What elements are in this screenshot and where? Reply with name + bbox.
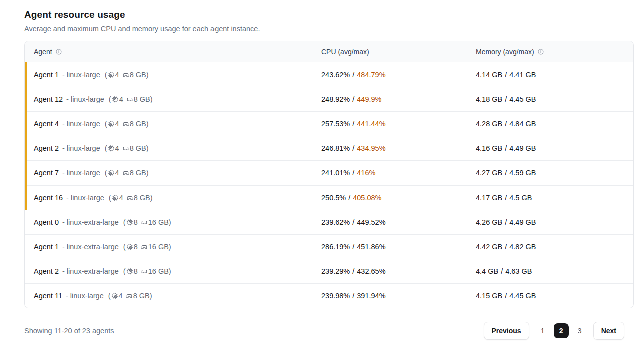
agent-name: Agent 1 — [34, 71, 59, 79]
table-row: Agent 0 - linux-extra-large ( 8 16 GB ) … — [25, 210, 633, 234]
agent-queue-type: - linux-extra-large — [62, 218, 119, 226]
agent-spec: ( 8 16 GB ) — [123, 243, 171, 251]
memory-max: 4.49 GB — [509, 218, 536, 226]
memory-avg: 4.27 GB — [476, 169, 502, 177]
agent-spec: ( 4 8 GB ) — [105, 71, 149, 79]
cpu-usage-cell: 243.62%/484.79% — [312, 71, 467, 79]
agent-cores: 8 — [134, 243, 138, 251]
table-row: Agent 1 - linux-large ( 4 8 GB ) 243.62%… — [25, 62, 633, 87]
agent-cell: Agent 11 - linux-large ( 4 8 GB ) — [25, 292, 312, 300]
value-separator: / — [505, 120, 507, 128]
cpu-max: 484.79% — [357, 71, 385, 79]
ram-icon — [126, 96, 133, 103]
spec-open-paren: ( — [123, 243, 126, 251]
memory-usage-cell: 4.4 GB/4.63 GB — [467, 267, 633, 275]
cpu-chip-icon — [111, 292, 118, 299]
column-header-memory: Memory (avg/max) — [467, 48, 633, 56]
agent-queue-type: - linux-large — [62, 144, 100, 152]
cpu-usage-cell: 250.5%/405.08% — [312, 194, 467, 202]
cpu-chip-icon — [112, 96, 119, 103]
cpu-avg: 239.62% — [321, 218, 350, 226]
memory-usage-cell: 4.42 GB/4.82 GB — [467, 243, 633, 251]
cpu-chip-icon — [112, 194, 119, 201]
ram-icon — [141, 268, 148, 275]
ram-icon — [126, 292, 133, 299]
spec-close-paren: ) — [146, 120, 149, 128]
value-separator: / — [352, 71, 354, 79]
page-3-button[interactable]: 3 — [572, 323, 587, 338]
table-row: Agent 7 - linux-large ( 4 8 GB ) 241.01%… — [25, 160, 633, 185]
agent-name: Agent 12 — [34, 95, 63, 103]
info-icon[interactable] — [537, 48, 544, 55]
cpu-avg: 286.19% — [321, 243, 350, 251]
agent-cores: 4 — [119, 292, 123, 300]
cpu-usage-cell: 239.62%/449.52% — [312, 218, 467, 226]
cpu-chip-icon — [108, 169, 115, 176]
ram-icon — [122, 145, 129, 152]
agent-cell: Agent 12 - linux-large ( 4 8 GB ) — [25, 95, 312, 103]
cpu-usage-cell: 248.92%/449.9% — [312, 95, 467, 103]
agent-queue-type: - linux-large — [62, 71, 100, 79]
agent-spec: ( 4 8 GB ) — [105, 120, 149, 128]
memory-max: 4.49 GB — [509, 144, 536, 152]
cpu-usage-cell: 286.19%/451.86% — [312, 243, 467, 251]
memory-usage-cell: 4.15 GB/4.45 GB — [467, 292, 633, 300]
agent-name: Agent 1 — [34, 243, 59, 251]
agent-cell: Agent 0 - linux-extra-large ( 8 16 GB ) — [25, 218, 312, 226]
cpu-chip-icon — [108, 145, 115, 152]
spec-open-paren: ( — [123, 267, 126, 275]
spec-open-paren: ( — [109, 95, 111, 103]
cpu-max: 405.08% — [353, 194, 381, 202]
next-page-button[interactable]: Next — [593, 322, 624, 340]
cpu-usage-cell: 246.81%/434.95% — [312, 144, 467, 152]
value-separator: / — [505, 218, 507, 226]
cpu-max: 451.86% — [357, 243, 385, 251]
agent-queue-type: - linux-extra-large — [62, 267, 119, 275]
value-separator: / — [352, 218, 354, 226]
table-row: Agent 11 - linux-large ( 4 8 GB ) 239.98… — [25, 283, 633, 308]
value-separator: / — [352, 95, 354, 103]
cpu-max: 432.65% — [357, 267, 385, 275]
spec-close-paren: ) — [169, 218, 171, 226]
agent-memory-size: 8 GB — [130, 71, 146, 79]
agent-name: Agent 0 — [34, 218, 59, 226]
results-summary: Showing 11-20 of 23 agents — [24, 327, 114, 335]
table-row: Agent 16 - linux-large ( 4 8 GB ) 250.5%… — [25, 185, 633, 210]
agent-cell: Agent 7 - linux-large ( 4 8 GB ) — [25, 169, 312, 177]
ram-icon — [141, 243, 148, 250]
cpu-chip-icon — [126, 268, 133, 275]
agent-memory-size: 16 GB — [148, 243, 169, 251]
page-1-button[interactable]: 1 — [535, 323, 550, 338]
cpu-avg: 239.29% — [321, 267, 350, 275]
agent-cell: Agent 2 - linux-extra-large ( 8 16 GB ) — [25, 267, 312, 275]
spec-close-paren: ) — [150, 95, 153, 103]
pagination: Previous 1 2 3 Next — [484, 322, 625, 340]
value-separator: / — [505, 144, 507, 152]
cpu-usage-cell: 241.01%/416% — [312, 169, 467, 177]
value-separator: / — [352, 144, 354, 152]
memory-usage-cell: 4.14 GB/4.41 GB — [467, 71, 633, 79]
cpu-max: 441.44% — [357, 120, 385, 128]
cpu-max: 391.94% — [357, 292, 385, 300]
info-icon[interactable] — [55, 48, 62, 55]
agent-spec: ( 4 8 GB ) — [105, 144, 149, 152]
cpu-max: 449.52% — [357, 218, 385, 226]
column-header-agent-label: Agent — [34, 48, 52, 56]
agent-cell: Agent 16 - linux-large ( 4 8 GB ) — [25, 194, 312, 202]
memory-max: 4.63 GB — [505, 267, 532, 275]
value-separator: / — [501, 267, 503, 275]
page-2-button[interactable]: 2 — [554, 323, 569, 338]
agent-cell: Agent 4 - linux-large ( 4 8 GB ) — [25, 120, 312, 128]
agent-cell: Agent 2 - linux-large ( 4 8 GB ) — [25, 144, 312, 152]
table-row: Agent 4 - linux-large ( 4 8 GB ) 257.53%… — [25, 111, 633, 136]
cpu-avg: 250.5% — [321, 194, 346, 202]
agent-queue-type: - linux-large — [66, 95, 104, 103]
previous-page-button[interactable]: Previous — [484, 322, 529, 340]
value-separator: / — [505, 95, 507, 103]
agent-queue-type: - linux-large — [62, 120, 100, 128]
cpu-max: 449.9% — [357, 95, 381, 103]
column-header-cpu: CPU (avg/max) — [312, 48, 467, 56]
ram-icon — [126, 194, 133, 201]
spec-open-paren: ( — [105, 169, 107, 177]
memory-avg: 4.42 GB — [476, 243, 502, 251]
